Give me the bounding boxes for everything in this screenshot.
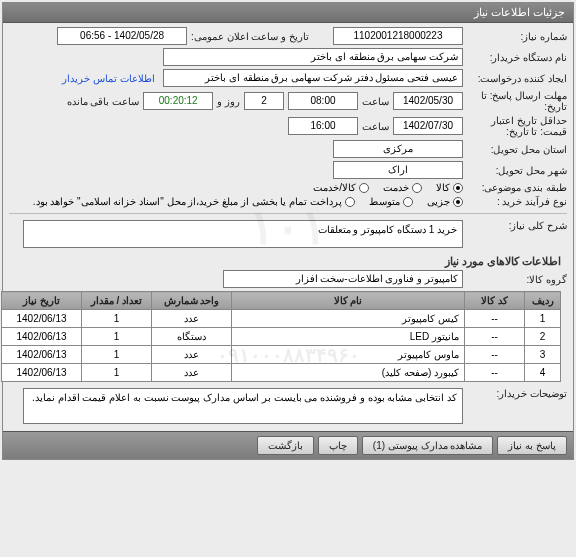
buyer-note-value: کد انتخابی مشابه بوده و فروشنده می بایست…	[23, 388, 463, 424]
print-button[interactable]: چاپ	[318, 436, 358, 455]
desc-value: خرید 1 دستگاه کامپیوتر و متعلقات	[23, 220, 463, 248]
buyer-note-label: توضیحات خریدار:	[467, 388, 567, 399]
cell-qty: 1	[82, 364, 152, 382]
footer-bar: پاسخ به نیاز مشاهده مدارک پیوستی (1) چاپ…	[3, 431, 573, 459]
cell-code: --	[465, 328, 525, 346]
cell-unit: دستگاه	[152, 328, 232, 346]
buyer-label: نام دستگاه خریدار:	[467, 52, 567, 63]
remain-time: 00:20:12	[143, 92, 213, 110]
cell-row: 2	[525, 328, 561, 346]
time-word-2: ساعت	[362, 121, 389, 132]
cell-date: 1402/06/13	[2, 346, 82, 364]
class-label: طبقه بندی موضوعی:	[467, 182, 567, 193]
day-and: روز و	[217, 96, 240, 107]
need-no-label: شماره نیاز:	[467, 31, 567, 42]
cell-code: --	[465, 346, 525, 364]
need-no-value: 1102001218000223	[333, 27, 463, 45]
radio-icon	[453, 197, 463, 207]
creator-label: ایجاد کننده درخواست:	[467, 73, 567, 84]
radio-icon	[403, 197, 413, 207]
table-row: 3--ماوس کامپیوترعدد11402/06/13	[2, 346, 561, 364]
province-value: مرکزی	[333, 140, 463, 158]
cell-name: ماوس کامپیوتر	[232, 346, 465, 364]
contact-link[interactable]: اطلاعات تماس خریدار	[62, 73, 155, 84]
class-both-radio[interactable]: کالا/خدمت	[313, 182, 369, 193]
city-value: اراک	[333, 161, 463, 179]
deadline-date: 1402/05/30	[393, 92, 463, 110]
public-date-value: 1402/05/28 - 06:56	[57, 27, 187, 45]
deadline-label: مهلت ارسال پاسخ: تا تاریخ:	[467, 90, 567, 112]
th-row: ردیف	[525, 292, 561, 310]
cell-qty: 1	[82, 346, 152, 364]
cell-qty: 1	[82, 310, 152, 328]
cell-row: 4	[525, 364, 561, 382]
public-date-label: تاریخ و ساعت اعلان عمومی:	[191, 31, 309, 42]
main-panel: جزئیات اطلاعات نیاز ۱۰۱ شماره نیاز: 1102…	[2, 2, 574, 460]
validity-time: 16:00	[288, 117, 358, 135]
cell-name: مانیتور LED	[232, 328, 465, 346]
buy-mid-radio[interactable]: متوسط	[369, 196, 413, 207]
th-date: تاریخ نیاز	[2, 292, 82, 310]
table-row: 1--کیس کامپیوترعدد11402/06/13	[2, 310, 561, 328]
radio-icon	[345, 197, 355, 207]
validity-date: 1402/07/30	[393, 117, 463, 135]
days-value: 2	[244, 92, 284, 110]
validity-label: حداقل تاریخ اعتبار قیمت: تا تاریخ:	[467, 115, 567, 137]
cell-unit: عدد	[152, 310, 232, 328]
class-goods-radio[interactable]: کالا	[436, 182, 463, 193]
cell-qty: 1	[82, 328, 152, 346]
cell-unit: عدد	[152, 346, 232, 364]
cell-name: کیبورد (صفحه کلید)	[232, 364, 465, 382]
class-radio-group: کالا خدمت کالا/خدمت	[313, 182, 463, 193]
table-row: 2--مانیتور LEDدستگاه11402/06/13	[2, 328, 561, 346]
cell-row: 3	[525, 346, 561, 364]
table-header-row: ردیف کد کالا نام کالا واحد شمارش تعداد /…	[2, 292, 561, 310]
back-button[interactable]: بازگشت	[257, 436, 314, 455]
deadline-time: 08:00	[288, 92, 358, 110]
cell-date: 1402/06/13	[2, 328, 82, 346]
cell-date: 1402/06/13	[2, 364, 82, 382]
divider	[9, 213, 567, 214]
radio-icon	[453, 183, 463, 193]
th-qty: تعداد / مقدار	[82, 292, 152, 310]
cell-date: 1402/06/13	[2, 310, 82, 328]
th-code: کد کالا	[465, 292, 525, 310]
class-service-radio[interactable]: خدمت	[383, 182, 422, 193]
cell-code: --	[465, 364, 525, 382]
province-label: استان محل تحویل:	[467, 144, 567, 155]
cell-code: --	[465, 310, 525, 328]
buyer-value: شرکت سهامی برق منطقه ای باختر	[163, 48, 463, 66]
cell-unit: عدد	[152, 364, 232, 382]
time-word-1: ساعت	[362, 96, 389, 107]
remain-text: ساعت باقی مانده	[67, 96, 140, 107]
buy-partial-radio[interactable]: جزیی	[427, 196, 463, 207]
city-label: شهر محل تحویل:	[467, 165, 567, 176]
radio-icon	[359, 183, 369, 193]
goods-table: ردیف کد کالا نام کالا واحد شمارش تعداد /…	[1, 291, 561, 382]
panel-header: جزئیات اطلاعات نیاز	[3, 3, 573, 23]
buy-radio-group: جزیی متوسط	[369, 196, 463, 207]
buy-type-label: نوع فرآیند خرید :	[467, 196, 567, 207]
table-row: 4--کیبورد (صفحه کلید)عدد11402/06/13	[2, 364, 561, 382]
cell-row: 1	[525, 310, 561, 328]
reply-button[interactable]: پاسخ به نیاز	[497, 436, 567, 455]
desc-label: شرح کلی نیاز:	[467, 220, 567, 231]
buy-note-check[interactable]: پرداخت تمام یا بخشی از مبلغ خرید،از محل …	[33, 196, 355, 207]
radio-icon	[412, 183, 422, 193]
goods-section-title: اطلاعات کالاهای مورد نیاز	[9, 251, 567, 270]
th-unit: واحد شمارش	[152, 292, 232, 310]
cell-name: کیس کامپیوتر	[232, 310, 465, 328]
group-label: گروه کالا:	[467, 274, 567, 285]
creator-value: عیسی فتحی مسئول دفتر شرکت سهامی برق منطق…	[163, 69, 463, 87]
panel-title: جزئیات اطلاعات نیاز	[474, 6, 565, 18]
attachments-button[interactable]: مشاهده مدارک پیوستی (1)	[362, 436, 494, 455]
group-value: کامپیوتر و فناوری اطلاعات-سخت افزار	[223, 270, 463, 288]
th-name: نام کالا	[232, 292, 465, 310]
